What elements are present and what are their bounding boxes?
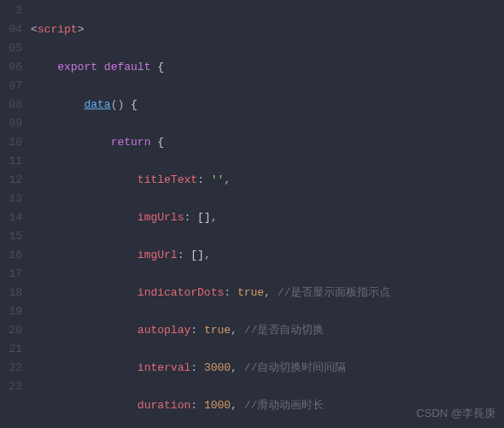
code-line: export default { xyxy=(31,58,504,77)
code-line: imgUrls: [], xyxy=(31,208,504,227)
code-editor[interactable]: 3 04 05 06 07 08 09 10 11 12 13 14 15 16… xyxy=(0,0,504,428)
line-number: 04 xyxy=(0,21,22,39)
line-number xyxy=(0,396,22,415)
line-number: 16 xyxy=(0,246,22,265)
code-line: titleText: '', xyxy=(31,171,504,190)
watermark: CSDN @李長庚 xyxy=(416,404,495,423)
line-number: 12 xyxy=(0,171,22,190)
line-number: 07 xyxy=(0,77,22,96)
code-line: autoplay: true, //是否自动切换 xyxy=(31,321,504,340)
line-number: 10 xyxy=(0,133,22,152)
code-line: imgUrl: [], xyxy=(31,246,504,265)
line-number: 13 xyxy=(0,190,22,208)
line-number: 15 xyxy=(0,227,22,246)
line-number: 06 xyxy=(0,58,22,77)
line-number: 17 xyxy=(0,265,22,284)
line-number: 23 xyxy=(0,378,22,396)
code-line: indicatorDots: true, //是否显示面板指示点 xyxy=(31,284,504,302)
line-number: 05 xyxy=(0,39,22,58)
line-number: 08 xyxy=(0,96,22,114)
line-number: 3 xyxy=(0,2,22,21)
code-line: return { xyxy=(31,133,504,152)
line-number: 11 xyxy=(0,152,22,171)
code-line: data() { xyxy=(31,96,504,114)
line-number: 20 xyxy=(0,321,22,340)
line-number: 09 xyxy=(0,114,22,133)
code-line: interval: 3000, //自动切换时间间隔 xyxy=(31,359,504,378)
code-line: <script> xyxy=(31,21,504,39)
line-number: 14 xyxy=(0,208,22,227)
line-number: 18 xyxy=(0,284,22,302)
line-gutter: 3 04 05 06 07 08 09 10 11 12 13 14 15 16… xyxy=(0,0,26,428)
code-area[interactable]: <script> export default { data() { retur… xyxy=(26,0,504,428)
line-number: 19 xyxy=(0,302,22,321)
line-number: 21 xyxy=(0,340,22,359)
line-number: 22 xyxy=(0,359,22,378)
